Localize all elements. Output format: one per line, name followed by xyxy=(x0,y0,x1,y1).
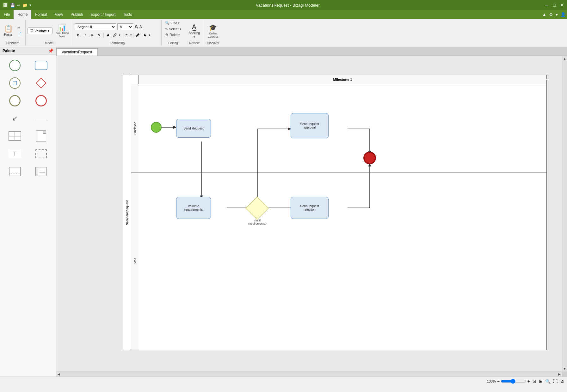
start-event[interactable] xyxy=(151,122,162,133)
ribbon: 📋 Paste ✂ 📄 Clipboard ☑ xyxy=(0,19,567,47)
horizontal-scrollbar[interactable]: ◀ ▶ xyxy=(56,371,562,377)
scroll-up-arrow[interactable]: ▲ xyxy=(562,56,567,61)
palette-sequence-flow-curved[interactable]: ↙ xyxy=(3,111,27,126)
select-icon: ↖ xyxy=(165,27,168,31)
font-color-button[interactable]: A xyxy=(105,32,111,38)
task-send-approval[interactable]: Send request approval xyxy=(291,113,329,138)
paste-label: Paste xyxy=(4,33,12,36)
menu-home[interactable]: Home xyxy=(14,10,31,19)
close-button[interactable]: ✕ xyxy=(559,3,564,8)
font-family-select[interactable]: Segoe UI xyxy=(75,23,116,30)
font-size-down-icon[interactable]: A xyxy=(139,25,142,29)
menu-file[interactable]: File xyxy=(0,10,14,19)
cut-button[interactable]: ✂ xyxy=(16,25,23,31)
user-icon[interactable]: 👤 xyxy=(560,12,566,17)
align-dropdown-icon[interactable]: ▾ xyxy=(130,33,132,37)
validate-button[interactable]: ☑ Validate ▾ xyxy=(28,27,52,34)
subprocess-inner xyxy=(13,81,17,85)
palette-text[interactable]: T xyxy=(3,146,27,162)
zoom-region-icon[interactable]: 🔍 xyxy=(545,379,551,384)
grid-icon[interactable]: ⊞ xyxy=(539,379,543,384)
palette-group[interactable] xyxy=(29,146,54,162)
sequence-flow-dashed-shape xyxy=(35,120,47,120)
font-size-up-icon[interactable]: A xyxy=(134,24,138,30)
palette-swimlane[interactable] xyxy=(3,128,27,144)
annot2-shape xyxy=(35,167,47,176)
scroll-corner xyxy=(562,371,567,377)
bold-button[interactable]: B xyxy=(75,32,81,38)
palette-sequence-flow-dashed[interactable] xyxy=(29,111,54,126)
palette-start-event[interactable] xyxy=(3,57,27,73)
italic-button[interactable]: I xyxy=(82,32,88,38)
delete-button[interactable]: 🗑 Delete xyxy=(163,32,181,37)
fullscreen-icon[interactable]: ⛶ xyxy=(553,379,558,384)
palette-gateway[interactable] xyxy=(29,75,54,91)
palette-off-page[interactable] xyxy=(3,164,27,179)
paste-icon: 📋 xyxy=(4,25,13,32)
formatting-group: Segoe UI 8 A A B I U S A 🖊 ▾ xyxy=(73,20,162,45)
simulation-view-button[interactable]: 📊 SimulationView xyxy=(54,23,71,39)
end-event[interactable] xyxy=(363,152,376,164)
canvas-body[interactable]: ▲ ▼ ◀ ▶ VacationsRequest xyxy=(56,56,567,377)
select-button[interactable]: ↖ Select ▾ xyxy=(163,26,183,32)
quick-access-open[interactable]: 📁 xyxy=(22,3,28,8)
settings-icon[interactable]: ⚙ xyxy=(549,12,553,17)
fill-dropdown-icon[interactable]: ▾ xyxy=(119,33,120,37)
zoom-slider[interactable] xyxy=(501,379,526,384)
diagram-canvas[interactable]: VacationsRequest Milestone 1 xyxy=(66,59,559,369)
text-shape: T xyxy=(9,149,21,158)
discover-group: 🎓 OnlineCourses Discover xyxy=(204,20,222,45)
underline-button[interactable]: U xyxy=(89,32,95,38)
palette-annot2[interactable] xyxy=(29,164,54,179)
menu-view[interactable]: View xyxy=(51,10,67,19)
palette-annotation[interactable] xyxy=(29,128,54,144)
menu-format[interactable]: Format xyxy=(31,10,51,19)
palette-intermediate-event[interactable] xyxy=(29,93,54,109)
title-bar-title: VacationsRequest - Bizagi Modeler xyxy=(31,3,544,8)
fit-page-icon[interactable]: ⊡ xyxy=(533,379,536,384)
scroll-right-arrow[interactable]: ▶ xyxy=(557,372,562,376)
help-icon[interactable]: ▾ xyxy=(556,12,558,17)
select-label: Select xyxy=(169,27,179,31)
minimize-button[interactable]: ─ xyxy=(544,3,549,8)
display-options-icon[interactable]: 🖥 xyxy=(560,379,564,384)
spelling-button[interactable]: A̲ Spelling ▾ xyxy=(187,22,202,39)
validate-dropdown-icon: ▾ xyxy=(48,29,50,33)
task-send-rejection[interactable]: Send request rejection xyxy=(291,197,329,219)
palette-pin-icon[interactable]: 📌 xyxy=(48,48,53,53)
diagram-background: VacationsRequest Milestone 1 xyxy=(66,59,559,369)
menu-tools[interactable]: Tools xyxy=(119,10,136,19)
cut-icon: ✂ xyxy=(17,26,20,30)
copy-button[interactable]: 📄 xyxy=(16,31,23,37)
scroll-left-arrow[interactable]: ◀ xyxy=(56,372,61,376)
vertical-scrollbar[interactable]: ▲ ▼ xyxy=(562,56,567,371)
task-send-request[interactable]: Send Request xyxy=(176,119,211,138)
menu-publish[interactable]: Publish xyxy=(67,10,87,19)
maximize-button[interactable]: □ xyxy=(552,3,557,8)
find-button[interactable]: 🔍 Find ▾ xyxy=(163,20,181,26)
font-size-select[interactable]: 8 xyxy=(117,23,133,30)
menu-export-import[interactable]: Export / Import xyxy=(87,10,120,19)
paste-button[interactable]: 📋 Paste xyxy=(2,24,15,37)
text-color2-button[interactable]: A xyxy=(142,32,148,38)
zoom-minus-icon[interactable]: − xyxy=(497,379,500,384)
scroll-down-arrow[interactable]: ▼ xyxy=(562,366,567,371)
task-validate[interactable]: Validate requirements xyxy=(176,197,211,219)
off-page-shape xyxy=(9,167,21,176)
fill-color-button[interactable]: 🖊 xyxy=(112,32,118,38)
zoom-plus-icon[interactable]: + xyxy=(527,379,530,384)
quick-access-save[interactable]: 💾 xyxy=(10,3,15,8)
text-color2-dropdown[interactable]: ▾ xyxy=(149,33,150,37)
quick-access-undo[interactable]: ↩ xyxy=(17,3,21,8)
canvas-tab-vacations[interactable]: VacationsRequest xyxy=(56,48,98,56)
align-button[interactable]: ≡ xyxy=(123,32,130,38)
gateway-container[interactable] xyxy=(249,200,265,216)
strikethrough-button[interactable]: S xyxy=(96,32,102,38)
palette-task[interactable] xyxy=(29,57,54,73)
online-courses-button[interactable]: 🎓 OnlineCourses xyxy=(206,23,220,39)
clear-format-button[interactable]: 🖉 xyxy=(135,32,141,38)
palette-subprocess[interactable] xyxy=(3,75,27,91)
collapse-ribbon-icon[interactable]: ▲ xyxy=(542,12,546,17)
validate-label: Validate xyxy=(34,29,47,33)
palette-end-event[interactable] xyxy=(3,93,27,109)
